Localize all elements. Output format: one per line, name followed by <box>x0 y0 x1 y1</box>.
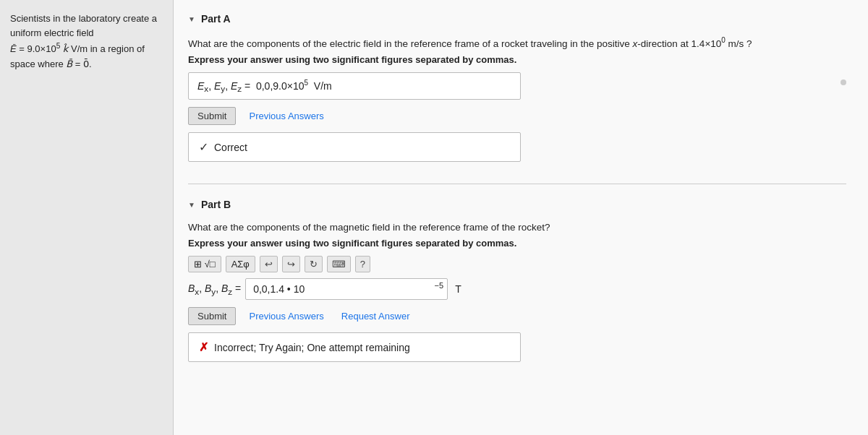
part-b-incorrect-label: Incorrect; Try Again; One attempt remain… <box>214 342 410 353</box>
part-b-toolbar: ⊞ √□ ΑΣφ ↩ ↪ ↻ ⌨ ? <box>188 256 846 272</box>
part-b-unit-label: T <box>455 283 461 295</box>
problem-text: Scientists in the laboratory create a un… <box>10 12 163 72</box>
part-a-section: ▼ Part A What are the components of the … <box>188 13 846 162</box>
right-panel: ▼ Part A What are the components of the … <box>174 0 868 435</box>
part-b-incorrect-box: ✗ Incorrect; Try Again; One attempt rema… <box>188 332 521 362</box>
part-b-submit-button[interactable]: Submit <box>188 307 236 325</box>
part-a-chevron[interactable]: ▼ <box>188 15 195 23</box>
part-a-question: What are the components of the electric … <box>188 35 846 51</box>
part-b-label: Part B <box>201 199 231 210</box>
part-b-previous-answers-link[interactable]: Previous Answers <box>249 311 323 322</box>
part-b-input-row: Bx, By, Bz = −5 T <box>188 278 846 300</box>
refresh-button[interactable]: ↻ <box>305 256 323 272</box>
part-a-submit-button[interactable]: Submit <box>188 107 236 125</box>
part-b-section: ▼ Part B What are the components of the … <box>188 199 846 362</box>
keyboard-button[interactable]: ⌨ <box>327 256 351 272</box>
part-b-answer-input[interactable] <box>245 278 448 300</box>
exponent-display: −5 <box>435 281 444 290</box>
matrix-icon: ⊞ <box>194 259 202 270</box>
matrix-button[interactable]: ⊞ √□ <box>188 256 221 272</box>
part-b-instruction: Express your answer using two significan… <box>188 238 846 249</box>
part-a-header: ▼ Part A <box>188 13 846 25</box>
left-panel: Scientists in the laboratory create a un… <box>0 0 174 435</box>
part-b-question: What are the components of the magnetic … <box>188 220 846 235</box>
part-a-label: Part A <box>201 13 231 25</box>
part-a-correct-box: ✓ Correct <box>188 132 521 162</box>
symbols-button[interactable]: ΑΣφ <box>226 256 255 272</box>
undo-button[interactable]: ↩ <box>260 256 278 272</box>
redo-button[interactable]: ↪ <box>282 256 300 272</box>
part-a-correct-label: Correct <box>214 142 247 153</box>
help-button[interactable]: ? <box>355 256 370 272</box>
correct-check-icon: ✓ <box>199 140 208 154</box>
dot-indicator <box>841 79 846 85</box>
part-b-answer-label: Bx, By, Bz = <box>188 283 241 296</box>
part-a-instruction: Express your answer using two significan… <box>188 54 846 65</box>
section-divider <box>188 184 846 184</box>
part-a-answer-display: Ex, Ey, Ez = 0,0,9.0×105 V/m <box>188 72 521 100</box>
part-b-header: ▼ Part B <box>188 199 846 210</box>
part-b-chevron[interactable]: ▼ <box>188 201 195 209</box>
part-b-request-answer-link[interactable]: Request Answer <box>341 311 410 322</box>
part-a-previous-answers-link[interactable]: Previous Answers <box>249 111 323 121</box>
radical-icon: √□ <box>205 259 216 270</box>
incorrect-x-icon: ✗ <box>199 340 208 354</box>
